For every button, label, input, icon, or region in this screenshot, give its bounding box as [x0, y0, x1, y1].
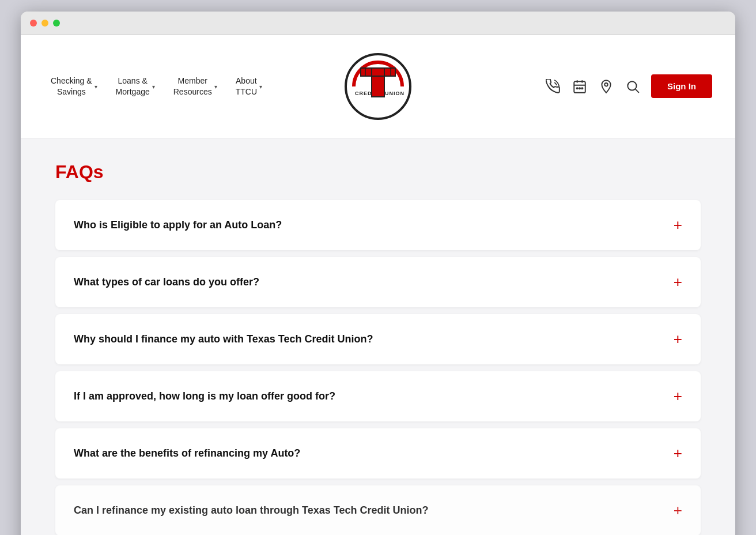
- faq-expand-1[interactable]: +: [674, 216, 682, 234]
- close-dot[interactable]: [30, 20, 37, 27]
- faq-question-3: Why should I finance my auto with Texas …: [74, 333, 662, 345]
- faq-expand-4[interactable]: +: [674, 387, 682, 405]
- faq-question-6: Can I refinance my existing auto loan th…: [74, 504, 662, 517]
- faq-expand-5[interactable]: +: [674, 444, 682, 462]
- sign-in-button[interactable]: Sign In: [651, 74, 712, 98]
- minimize-dot[interactable]: [41, 20, 48, 27]
- faq-list: Who is Eligible to apply for an Auto Loa…: [55, 200, 701, 535]
- faq-item-1[interactable]: Who is Eligible to apply for an Auto Loa…: [55, 200, 701, 250]
- browser-bar: [21, 12, 735, 35]
- svg-rect-4: [372, 68, 384, 97]
- faq-expand-6[interactable]: +: [674, 502, 682, 519]
- faq-question-5: What are the benefits of refinancing my …: [74, 447, 662, 459]
- location-icon[interactable]: [598, 78, 614, 95]
- chevron-down-icon: ▾: [94, 84, 97, 90]
- nav-member-resources-label: MemberResources: [173, 76, 212, 96]
- maximize-dot[interactable]: [53, 20, 60, 27]
- nav-right: Sign In: [545, 74, 712, 98]
- browser-window: Checking &Savings ▾ Loans &Mortgage ▾ Me…: [21, 12, 735, 535]
- faq-question-2: What types of car loans do you offer?: [74, 276, 662, 288]
- faq-item-3[interactable]: Why should I finance my auto with Texas …: [55, 314, 701, 364]
- faq-item-5[interactable]: What are the benefits of refinancing my …: [55, 428, 701, 479]
- faq-expand-3[interactable]: +: [674, 330, 682, 348]
- chevron-down-icon: ▾: [214, 84, 217, 90]
- svg-line-18: [636, 89, 639, 92]
- logo-image: CREDIT UNION: [343, 52, 413, 121]
- main-content: FAQs Who is Eligible to apply for an Aut…: [21, 138, 735, 535]
- nav-checking-savings[interactable]: Checking &Savings ▾: [44, 71, 104, 101]
- faq-item-2[interactable]: What types of car loans do you offer? +: [55, 257, 701, 307]
- svg-point-15: [581, 88, 583, 89]
- chevron-down-icon: ▾: [259, 84, 262, 90]
- main-nav: Checking &Savings ▾ Loans &Mortgage ▾ Me…: [44, 71, 269, 101]
- faq-question-1: Who is Eligible to apply for an Auto Loa…: [74, 219, 662, 231]
- nav-checking-savings-label: Checking &Savings: [51, 76, 92, 96]
- nav-loans-mortgage-label: Loans &Mortgage: [116, 76, 150, 96]
- nav-loans-mortgage[interactable]: Loans &Mortgage ▾: [109, 71, 162, 101]
- faq-item-4[interactable]: If I am approved, how long is my loan of…: [55, 371, 701, 421]
- logo[interactable]: CREDIT UNION: [343, 52, 413, 121]
- svg-rect-9: [574, 81, 585, 93]
- page-content: Checking &Savings ▾ Loans &Mortgage ▾ Me…: [21, 35, 735, 535]
- calendar-icon[interactable]: [572, 78, 588, 95]
- site-header: Checking &Savings ▾ Loans &Mortgage ▾ Me…: [21, 35, 735, 138]
- svg-text:UNION: UNION: [385, 91, 405, 96]
- faq-heading: FAQs: [55, 161, 701, 183]
- search-icon[interactable]: [625, 78, 641, 95]
- nav-about-ttcu[interactable]: AboutTTCU ▾: [229, 71, 269, 101]
- faq-question-4: If I am approved, how long is my loan of…: [74, 390, 662, 402]
- nav-about-ttcu-label: AboutTTCU: [236, 76, 257, 96]
- svg-point-17: [628, 81, 636, 90]
- svg-point-16: [604, 83, 607, 86]
- svg-point-14: [579, 88, 580, 89]
- faq-item-6[interactable]: Can I refinance my existing auto loan th…: [55, 485, 701, 535]
- svg-point-13: [577, 88, 578, 89]
- nav-member-resources[interactable]: MemberResources ▾: [167, 71, 224, 101]
- faq-expand-2[interactable]: +: [674, 273, 682, 291]
- chevron-down-icon: ▾: [152, 84, 155, 90]
- phone-icon[interactable]: [545, 78, 561, 95]
